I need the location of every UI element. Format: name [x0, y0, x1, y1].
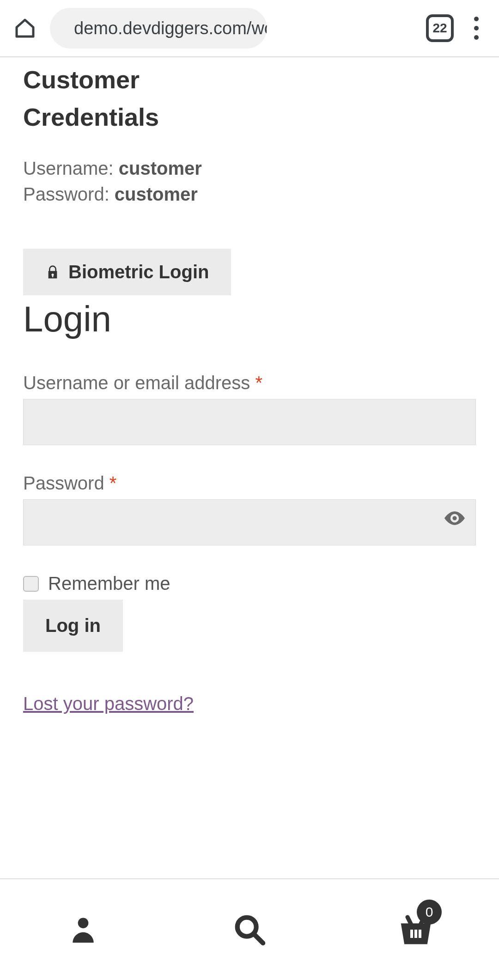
biometric-login-button[interactable]: Biometric Login	[23, 249, 231, 295]
remember-me-label: Remember me	[48, 573, 170, 594]
lost-password-link[interactable]: Lost your password?	[23, 693, 194, 714]
svg-rect-4	[414, 930, 417, 938]
svg-rect-3	[410, 930, 413, 938]
nav-search[interactable]	[166, 879, 333, 980]
nav-cart[interactable]: 0	[333, 879, 499, 980]
cart-count-badge: 0	[417, 900, 442, 925]
search-icon	[233, 913, 266, 946]
tab-count: 22	[432, 21, 447, 36]
username-label: Username or email address *	[23, 373, 262, 393]
browser-chrome: demo.devdiggers.com/woc 22	[0, 0, 499, 57]
url-text: demo.devdiggers.com/woc	[74, 18, 267, 38]
biometric-label: Biometric Login	[68, 262, 209, 282]
svg-point-0	[78, 918, 89, 929]
tabs-button[interactable]: 22	[426, 14, 454, 42]
nav-account[interactable]	[0, 879, 166, 980]
eye-icon	[444, 511, 465, 525]
credentials-heading: Customer Credentials	[23, 61, 476, 136]
credentials-username: Username: customer	[23, 155, 476, 181]
kebab-dot-icon	[474, 26, 479, 31]
address-bar[interactable]: demo.devdiggers.com/woc	[50, 8, 267, 49]
login-heading: Login	[23, 298, 476, 340]
credentials-password: Password: customer	[23, 181, 476, 207]
bottom-nav: 0	[0, 878, 499, 980]
remember-me-checkbox[interactable]	[23, 576, 39, 592]
user-icon	[67, 914, 99, 945]
kebab-dot-icon	[474, 35, 479, 40]
page-content: Customer Credentials Username: customer …	[0, 57, 499, 878]
show-password-button[interactable]	[444, 511, 465, 527]
login-button[interactable]: Log in	[23, 600, 123, 652]
username-input[interactable]	[23, 399, 476, 445]
password-input[interactable]	[23, 499, 476, 545]
lock-icon	[45, 264, 60, 281]
kebab-dot-icon	[474, 17, 479, 21]
password-label: Password *	[23, 473, 116, 493]
home-icon	[14, 17, 36, 39]
more-menu-button[interactable]	[465, 17, 488, 40]
svg-rect-5	[419, 930, 421, 938]
home-button[interactable]	[11, 17, 39, 39]
svg-line-2	[254, 934, 263, 943]
